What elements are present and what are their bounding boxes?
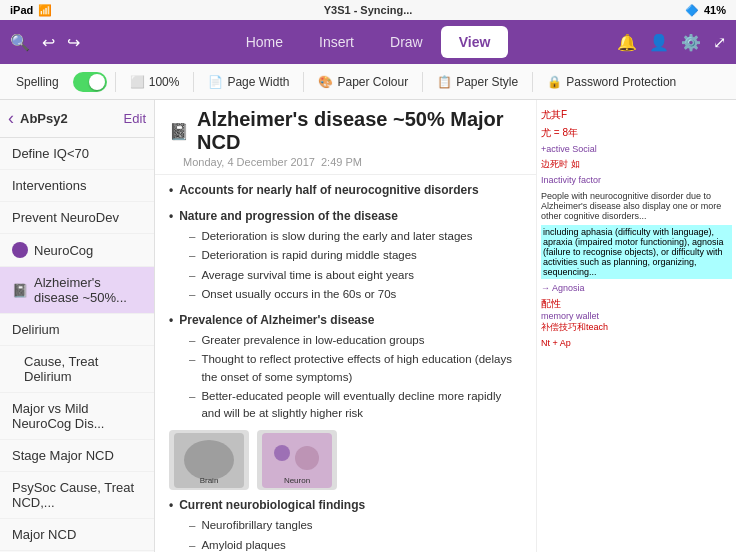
page-title-row: 📓 Alzheimer's disease ~50% Major NCD [169,108,522,154]
sidebar-header: ‹ AbPsy2 Edit [0,100,154,138]
section-3-main: Prevalence of Alzheimer's disease [169,311,522,329]
main-layout: ‹ AbPsy2 Edit Define IQ<70 Interventions… [0,100,736,552]
sidebar-item-delirium[interactable]: Delirium [0,314,154,346]
sidebar-item-label: Stage Major NCD [12,448,114,463]
chinese-annotation-3: 边死时 如 [541,158,732,171]
ipad-label: iPad [10,4,33,16]
sidebar-item-define-iq[interactable]: Define IQ<70 [0,138,154,170]
nav-right-icons: 🔔 👤 ⚙️ ⤢ [617,33,726,52]
paper-colour-control[interactable]: 🎨 Paper Colour [312,72,414,92]
sidebar-item-label: Alzheimer's disease ~50%... [34,275,142,305]
sidebar-item-prevent-neurodev[interactable]: Prevent NeuroDev [0,202,154,234]
sidebar-back-button[interactable]: ‹ [8,108,14,129]
battery-label: 41% [704,4,726,16]
sidebar-item-label: Define IQ<70 [12,146,89,161]
tab-home[interactable]: Home [228,26,301,58]
tab-view[interactable]: View [441,26,509,58]
page-content: 📓 Alzheimer's disease ~50% Major NCD Mon… [155,100,536,552]
toolbar: Spelling ⬜ 100% 📄 Page Width 🎨 Paper Col… [0,64,736,100]
page-title-icon: 📓 [169,122,189,141]
section-3-sub-2: Better-educated people will eventually d… [169,388,522,423]
sidebar-item-label: Interventions [12,178,86,193]
chinese-annotation-6: Nt + Ap [541,338,732,348]
section-2-main: Nature and progression of the disease [169,207,522,225]
chinese-annotation-1: 尤其F [541,108,732,122]
svg-text:Brain: Brain [200,476,219,485]
sidebar-item-label: Prevent NeuroDev [12,210,119,225]
nav-bar: 🔍 ↩ ↪ Home Insert Draw View 🔔 👤 ⚙️ ⤢ [0,20,736,64]
nav-tabs: Home Insert Draw View [228,26,509,58]
svg-text:Neuron: Neuron [284,476,310,485]
search-icon[interactable]: 🔍 [10,33,30,52]
gear-icon[interactable]: ⚙️ [681,33,701,52]
section-1: Accounts for nearly half of neurocogniti… [169,181,522,199]
paper-style-control[interactable]: 📋 Paper Style [431,72,524,92]
page-header: 📓 Alzheimer's disease ~50% Major NCD Mon… [155,100,536,175]
notebook-icon: 📓 [12,283,28,298]
undo-icon[interactable]: ↩ [42,33,55,52]
section-2: Nature and progression of the disease De… [169,207,522,303]
page-width-control[interactable]: 📄 Page Width [202,72,295,92]
annotation-agnosia: → Agnosia [541,283,732,293]
svg-point-5 [295,446,319,470]
status-left: iPad 📶 [10,4,52,17]
annotation-highlight: including aphasia (difficulty with langu… [541,225,732,279]
page-date: Monday, 4 December 2017 2:49 PM [169,154,522,170]
sidebar-title: AbPsy2 [20,111,118,126]
content-area[interactable]: 📓 Alzheimer's disease ~50% Major NCD Mon… [155,100,536,552]
section-4-sub-0: Neurofibrillary tangles [169,517,522,534]
section-3-sub-0: Greater prevalence in low-education grou… [169,332,522,349]
tab-draw[interactable]: Draw [372,26,441,58]
sidebar-edit-button[interactable]: Edit [124,111,146,126]
sidebar-item-pysoc-cause[interactable]: PsySoc Cause, Treat NCD,... [0,472,154,519]
chinese-annotation-4: 配性 [541,297,732,311]
right-annotations: 尤其F 尤 = 8年 +active Social 边死时 如 Inactivi… [536,100,736,552]
sidebar-item-interventions[interactable]: Interventions [0,170,154,202]
sidebar: ‹ AbPsy2 Edit Define IQ<70 Interventions… [0,100,155,552]
sidebar-item-label: Cause, Treat Delirium [24,354,142,384]
sidebar-item-label: Delirium [12,322,60,337]
section-2-sub-3: Onset usually occurs in the 60s or 70s [169,286,522,303]
password-label: Password Protection [566,75,676,89]
section-3: Prevalence of Alzheimer's disease Greate… [169,311,522,422]
password-icon: 🔒 [547,75,562,89]
divider-4 [422,72,423,92]
sidebar-item-stage-major-ncd[interactable]: Stage Major NCD [0,440,154,472]
tab-insert[interactable]: Insert [301,26,372,58]
bell-icon[interactable]: 🔔 [617,33,637,52]
brain-image-2: Neuron [257,430,337,490]
page-width-label: Page Width [227,75,289,89]
chinese-annotation-2: 尤 = 8年 [541,126,732,140]
status-right: 🔷 41% [685,4,726,17]
spelling-toggle[interactable] [73,72,107,92]
section-4-sub-1: Amyloid plaques [169,537,522,553]
sidebar-item-label: Major vs Mild NeuroCog Dis... [12,401,142,431]
sidebar-item-cause-treat-delirium[interactable]: Cause, Treat Delirium [0,346,154,393]
person-add-icon[interactable]: 👤 [649,33,669,52]
section-2-sub-2: Average survival time is about eight yea… [169,267,522,284]
svg-point-4 [274,445,290,461]
spelling-label: Spelling [10,72,65,92]
sidebar-item-major-vs-mild[interactable]: Major vs Mild NeuroCog Dis... [0,393,154,440]
divider-2 [193,72,194,92]
sidebar-item-major-ncd[interactable]: Major NCD [0,519,154,551]
sidebar-item-neurocog[interactable]: NeuroCog [0,234,154,267]
fullscreen-icon[interactable]: ⤢ [713,33,726,52]
annotation-active-social: +active Social [541,144,732,154]
svg-point-1 [184,440,234,480]
brain-images: Brain Neuron [169,430,522,490]
sidebar-item-label: NeuroCog [34,243,93,258]
password-control[interactable]: 🔒 Password Protection [541,72,682,92]
zoom-label: 100% [149,75,180,89]
chinese-annotation-5: 补偿技巧和teach [541,321,732,334]
zoom-control[interactable]: ⬜ 100% [124,72,186,92]
sidebar-item-alzheimers[interactable]: 📓 Alzheimer's disease ~50%... [0,267,154,314]
paper-colour-label: Paper Colour [337,75,408,89]
redo-icon[interactable]: ↪ [67,33,80,52]
section-2-sub-0: Deterioration is slow during the early a… [169,228,522,245]
paper-style-label: Paper Style [456,75,518,89]
section-2-sub-1: Deterioration is rapid during middle sta… [169,247,522,264]
status-center-title: Y3S1 - Syncing... [324,4,413,16]
paper-style-icon: 📋 [437,75,452,89]
sidebar-item-label: PsySoc Cause, Treat NCD,... [12,480,142,510]
